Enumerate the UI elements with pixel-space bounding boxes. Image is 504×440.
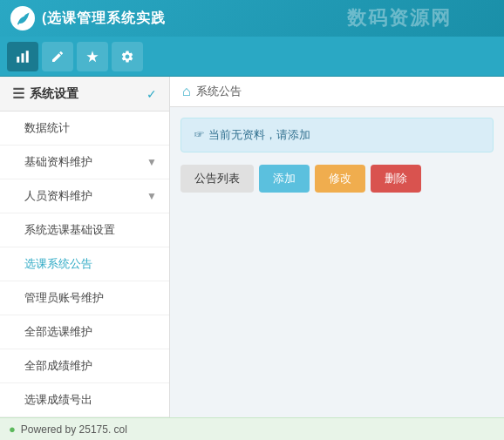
announcement-list-button[interactable]: 公告列表 [180,165,254,193]
sidebar-item-admin-account[interactable]: 管理员账号维护 [0,281,169,315]
leaf-icon [15,10,31,26]
stats-icon [15,49,31,64]
home-icon: ⌂ [182,84,191,99]
sidebar-item-basic-info[interactable]: 基础资料维护 ▼ [0,146,169,179]
footer: ● Powered by 25175. col [0,417,504,440]
header-watermark: 数码资源网 [347,5,452,31]
logo [10,6,35,30]
toolbar-edit-button[interactable] [42,42,73,71]
check-icon: ✓ [146,87,157,101]
svg-rect-0 [17,57,19,63]
breadcrumb: ⌂ 系统公告 [170,77,504,107]
gear-icon [120,50,134,64]
sidebar-item-data-stats[interactable]: 数据统计 [0,112,169,146]
chevron-down-icon: ▼ [146,156,157,168]
sidebar-item-all-courses[interactable]: 全部选课维护 [0,315,169,349]
delete-button[interactable]: 删除 [371,165,421,193]
svg-rect-1 [22,53,24,63]
notice-text: ☞ 当前无资料，请添加 [194,127,310,143]
hamburger-icon: ☰ [12,85,24,102]
main-layout: ☰ 系统设置 ✓ 数据统计 基础资料维护 ▼ 人员资料维护 ▼ 系统选课基础设置… [0,77,504,417]
chevron-down-icon: ▼ [146,190,157,202]
sidebar-item-course-settings[interactable]: 系统选课基础设置 [0,213,169,247]
action-bar: 公告列表 添加 修改 删除 [180,165,494,193]
sidebar-header-left: ☰ 系统设置 [12,85,78,102]
edit-button[interactable]: 修改 [315,165,365,193]
sidebar: ☰ 系统设置 ✓ 数据统计 基础资料维护 ▼ 人员资料维护 ▼ 系统选课基础设置… [0,77,170,417]
footer-text: Powered by 25175. col [21,423,127,436]
sidebar-item-announcement[interactable]: 选课系统公告 [0,247,169,281]
content-area: ⌂ 系统公告 ☞ 当前无资料，请添加 公告列表 添加 修改 删除 [170,77,504,417]
footer-status-icon: ● [9,423,16,436]
award-icon [85,50,99,64]
sidebar-item-grade-export[interactable]: 选课成绩号出 [0,383,169,417]
notice-box: ☞ 当前无资料，请添加 [180,118,494,152]
header-title: (选课管理系统实践 [42,10,166,28]
add-button[interactable]: 添加 [259,165,310,193]
breadcrumb-text: 系统公告 [196,84,242,99]
svg-rect-2 [26,51,29,63]
sidebar-item-all-grades[interactable]: 全部成绩维护 [0,349,169,383]
toolbar [0,37,504,77]
header: (选课管理系统实践 数码资源网 [0,0,504,37]
content-body: ☞ 当前无资料，请添加 公告列表 添加 修改 删除 [170,107,504,203]
toolbar-stats-button[interactable] [7,42,38,71]
toolbar-settings-button[interactable] [112,42,143,71]
toolbar-award-button[interactable] [77,42,108,71]
edit-icon [51,50,65,64]
sidebar-header: ☰ 系统设置 ✓ [0,77,169,112]
sidebar-title: 系统设置 [30,86,78,102]
sidebar-item-personnel[interactable]: 人员资料维护 ▼ [0,179,169,213]
